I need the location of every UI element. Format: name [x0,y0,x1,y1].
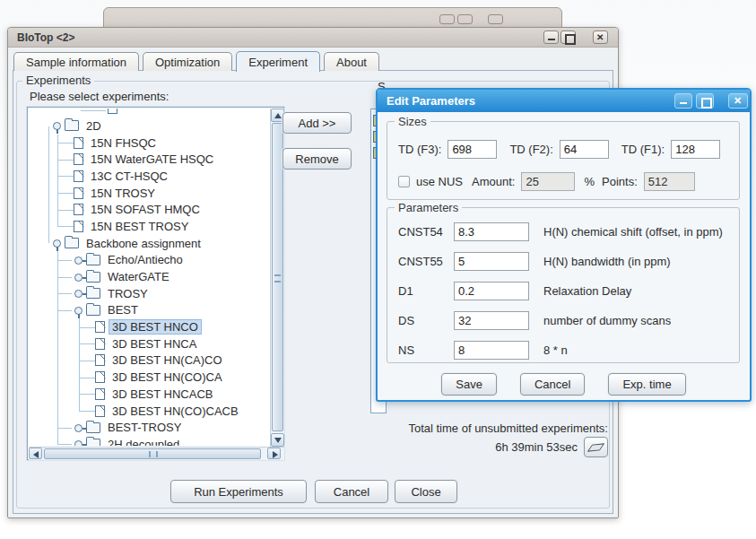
titlebar[interactable]: BIoTop <2> [8,28,618,48]
param-input-ns[interactable] [454,341,529,360]
tree-item-label: 3D BEST HNCACB [109,387,215,401]
scroll-right-icon[interactable] [267,448,281,459]
dialog-close-icon[interactable] [728,93,748,109]
param-description: number of dummy scans [543,314,671,327]
tree-item[interactable]: 3D BEST HN(CA)CO [29,352,269,369]
tree-item[interactable]: WaterGATE [29,268,269,285]
maximize-icon[interactable] [560,30,576,44]
save-button[interactable]: Save [441,373,497,396]
reset-time-button[interactable] [584,437,608,457]
document-icon [74,187,83,199]
param-input-cnst55[interactable] [454,252,529,271]
run-experiments-button[interactable]: Run Experiments [170,480,307,503]
tab-optimization[interactable]: Optimization [143,52,232,71]
tree-item[interactable]: 2H decoupled [29,436,269,446]
cancel-button[interactable]: Cancel [520,373,585,396]
tree-horizontal-scrollbar[interactable] [29,447,284,460]
tree-item[interactable]: 15N BEST TROSY [29,218,269,235]
tree-item[interactable]: 3D BEST HN(CO)CACB [29,403,269,420]
expand-handle-icon[interactable] [74,288,84,299]
bg-close-button[interactable] [488,14,503,24]
sizes-group-label: Sizes [395,115,430,128]
tab-experiment[interactable]: Experiment [236,51,320,72]
remove-button[interactable]: Remove [282,148,352,170]
scroll-left-icon[interactable] [29,448,42,459]
tree-item[interactable]: 13C CT-HSQC [29,168,269,185]
td-sizes-row: TD (F3):TD (F2):TD (F1): [398,140,720,159]
document-icon [74,153,83,165]
parameters-group-label: Parameters [395,201,462,214]
dialog-titlebar[interactable]: Edit Parameters [378,90,750,112]
desktop: BIoTop <2> Sample informationOptimizatio… [0,0,756,539]
td-f3-input[interactable] [448,140,497,159]
experiments-group-label: Experiments [22,74,94,87]
dialog-minimize-icon[interactable] [674,93,692,109]
param-name-cnst54: CNST54 [398,225,454,239]
tab-sample-information[interactable]: Sample information [13,52,139,71]
expand-handle-icon[interactable] [74,439,84,446]
parameter-row: D1Relaxation Delay [398,282,631,300]
param-input-d1[interactable] [454,282,529,300]
exp-time-button[interactable]: Exp. time [608,373,685,396]
tree-item[interactable]: 3D BEST HNCACB [29,386,269,403]
tree-item[interactable]: BEST [29,302,269,319]
tree-item[interactable]: Backbone assignment [29,235,269,252]
add-button[interactable]: Add >> [282,112,352,134]
tree-item[interactable]: TROSY [29,285,269,302]
expand-handle-icon[interactable] [74,422,84,433]
percent-label: % [584,175,595,188]
bg-maximize-button[interactable] [457,14,473,24]
minimize-icon[interactable] [543,30,559,44]
tree-item[interactable]: 3D BEST HNCO [29,318,269,335]
horizontal-scroll-thumb[interactable] [44,448,261,459]
close-button[interactable]: Close [395,480,457,503]
expand-handle-icon[interactable] [74,305,84,316]
td-f1-input[interactable] [671,140,720,159]
td-f2-input[interactable] [560,140,609,159]
tree-rows: 2D15N FHSQC15N WaterGATE HSQC13C CT-HSQC… [29,109,269,446]
use-nus-checkbox[interactable] [398,176,410,187]
expand-handle-icon[interactable] [74,272,84,283]
tree-item[interactable]: 3D BEST HN(CO)CA [29,369,269,386]
nus-points-input[interactable] [644,172,695,191]
document-icon [108,109,117,114]
tree-item[interactable]: 15N FHSQC [29,135,269,152]
tree-item-label: 15N SOFAST HMQC [88,203,203,216]
folder-icon [65,120,79,131]
tree-item[interactable]: 15N WaterGATE HSQC [29,151,269,168]
td-f2-label: TD (F2): [509,143,552,156]
param-name-ds: DS [398,314,454,327]
parameter-row: CNST55H(N) bandwidth (in ppm) [398,252,671,271]
document-icon [74,170,83,182]
tree-item[interactable]: 2D [29,117,269,135]
tree-item[interactable]: 15N SOFAST HMQC [29,201,269,218]
tab-about[interactable]: About [324,52,379,71]
td-f3-label: TD (F3): [398,143,441,156]
nus-amount-input[interactable] [521,172,575,191]
total-time-row: 6h 39min 53sec [495,437,608,457]
cancel-button[interactable]: Cancel [315,480,388,503]
param-description: H(N) bandwidth (in ppm) [543,255,671,268]
total-time-value: 6h 39min 53sec [495,440,578,454]
expand-handle-icon[interactable] [52,238,63,248]
param-name-d1: D1 [398,284,454,298]
tree-item[interactable]: Echo/Antiecho [29,252,269,269]
window-title: BIoTop <2> [17,28,74,48]
tree-item[interactable]: BEST-TROSY [29,419,269,436]
dialog-maximize-icon[interactable] [696,93,714,109]
expand-handle-icon[interactable] [52,120,63,131]
document-icon [95,354,105,366]
folder-icon [86,255,100,265]
scroll-down-icon[interactable] [271,433,284,447]
param-input-cnst54[interactable] [454,222,529,241]
expand-handle-icon[interactable] [74,255,84,265]
vertical-scroll-thumb[interactable] [272,123,283,431]
tree-item[interactable]: 15N TROSY [29,185,269,202]
bg-minimize-button[interactable] [439,14,455,24]
close-icon[interactable] [593,30,608,44]
tree-item-label: BEST [105,303,141,317]
param-input-ds[interactable] [454,311,529,330]
tree-item[interactable]: 3D BEST HNCA [29,335,269,352]
tree-item-label: 3D BEST HN(CA)CO [109,353,225,367]
nus-amount-label: Amount: [472,175,515,188]
